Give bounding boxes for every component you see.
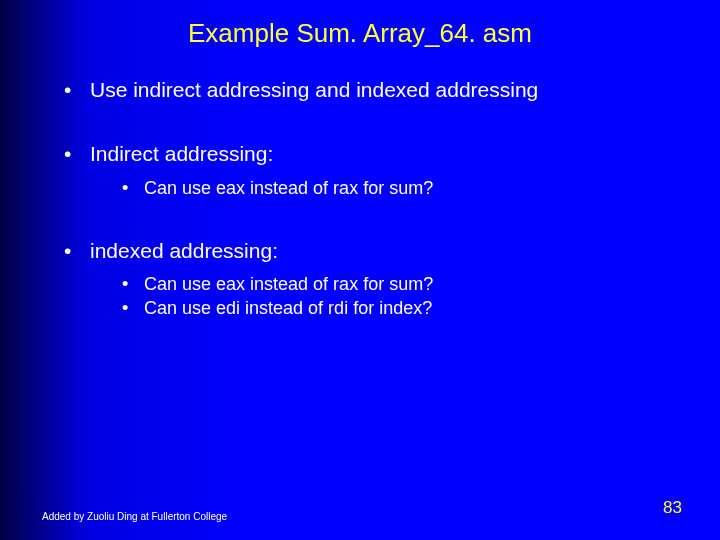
footer-credit: Added by Zuoliu Ding at Fullerton Colleg… [42,511,227,522]
sub-bullet-text: Can use eax instead of rax for sum? [144,274,433,294]
bullet-text: Use indirect addressing and indexed addr… [90,78,538,101]
slide: Example Sum. Array_64. asm Use indirect … [0,0,720,540]
sub-bullet-item: Can use eax instead of rax for sum? [118,272,680,296]
slide-content: Use indirect addressing and indexed addr… [0,77,720,321]
sub-bullet-item: Can use eax instead of rax for sum? [118,176,680,200]
sub-bullet-list: Can use eax instead of rax for sum? [118,176,680,200]
sub-bullet-list: Can use eax instead of rax for sum? Can … [118,272,680,321]
bullet-item: indexed addressing: Can use eax instead … [60,238,680,321]
bullet-item: Use indirect addressing and indexed addr… [60,77,680,103]
page-number: 83 [663,498,682,518]
bullet-item: Indirect addressing: Can use eax instead… [60,141,680,200]
bullet-list: Use indirect addressing and indexed addr… [60,77,680,321]
sub-bullet-item: Can use edi instead of rdi for index? [118,296,680,320]
bullet-text: indexed addressing: [90,239,278,262]
sub-bullet-text: Can use edi instead of rdi for index? [144,298,432,318]
slide-title: Example Sum. Array_64. asm [0,0,720,77]
bullet-text: Indirect addressing: [90,142,273,165]
sub-bullet-text: Can use eax instead of rax for sum? [144,178,433,198]
